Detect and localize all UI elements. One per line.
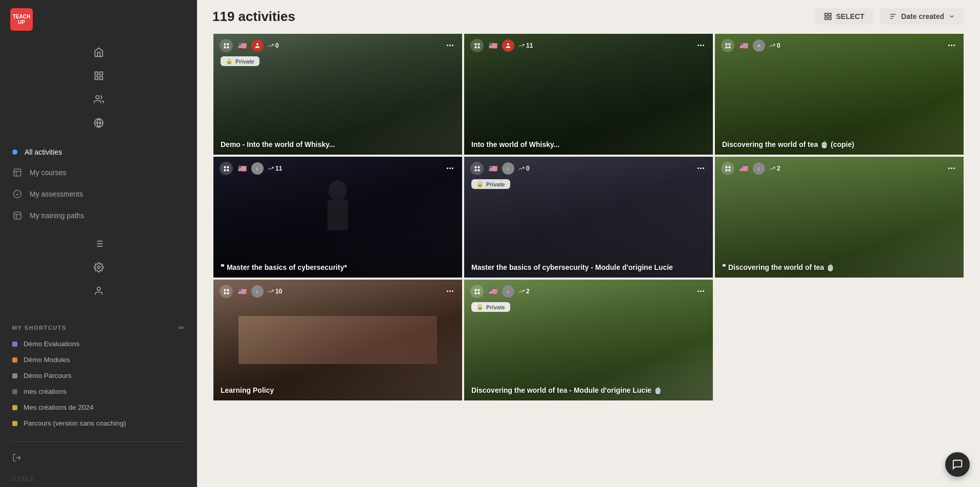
card-stat-value-5: 0 bbox=[526, 165, 530, 172]
main-nav: All activities My courses My assessments… bbox=[0, 142, 197, 226]
shortcut-dot-orange bbox=[12, 357, 17, 363]
shortcut-dot-gray bbox=[12, 373, 17, 378]
sidebar-item-all-activities[interactable]: All activities bbox=[0, 142, 197, 162]
card-stat-value-1: 0 bbox=[275, 42, 279, 49]
shortcut-dot-gold-1 bbox=[12, 405, 17, 410]
card-more-btn-8[interactable]: ··· bbox=[695, 286, 707, 297]
shortcut-dot-darkgray bbox=[12, 389, 17, 394]
avatar-2 bbox=[502, 39, 514, 52]
version-label: V 2.51.2 bbox=[12, 476, 185, 482]
shortcut-parcours-sans-coaching[interactable]: Parcours (version sans coaching) bbox=[0, 415, 197, 431]
select-button[interactable]: SELECT bbox=[815, 8, 874, 25]
card-stat-6: 2 bbox=[769, 165, 780, 172]
card-demo-whisky[interactable]: 🇺🇸 0 ··· 🔒 Private Demo - Into the world… bbox=[212, 33, 463, 156]
svg-rect-41 bbox=[728, 46, 730, 48]
nav-grid-icon[interactable] bbox=[88, 65, 110, 87]
assessments-icon bbox=[12, 189, 23, 199]
nav-users2-icon[interactable] bbox=[88, 280, 110, 302]
sidebar-item-my-courses[interactable]: My courses bbox=[0, 162, 197, 183]
private-label-1: Private bbox=[235, 58, 254, 65]
card-stat-8: 2 bbox=[518, 288, 530, 295]
chat-bubble[interactable] bbox=[945, 452, 970, 477]
card-cyber[interactable]: 🇺🇸 L 11 ··· ❞ Master the basics of cyber… bbox=[212, 156, 463, 279]
avatar-3: A bbox=[753, 39, 765, 52]
card-type-icon-2 bbox=[470, 39, 484, 52]
page-title: 119 activities bbox=[212, 9, 295, 25]
card-stat-value-3: 0 bbox=[777, 42, 780, 49]
svg-rect-36 bbox=[477, 46, 480, 48]
svg-rect-50 bbox=[474, 169, 476, 171]
svg-rect-23 bbox=[825, 17, 827, 19]
svg-rect-58 bbox=[224, 292, 226, 294]
shortcut-demo-parcours[interactable]: Démo Parcours bbox=[0, 368, 197, 384]
card-tea[interactable]: 🇺🇸 L 2 ··· ❞ Discovering the world of te… bbox=[714, 156, 965, 279]
svg-rect-31 bbox=[227, 46, 229, 48]
card-type-icon-7 bbox=[220, 285, 233, 298]
svg-rect-63 bbox=[477, 292, 480, 294]
shortcut-label-demo-parcours: Démo Parcours bbox=[24, 372, 72, 379]
lock-icon-8: 🔒 bbox=[476, 304, 484, 310]
shortcut-demo-evaluations[interactable]: Démo Evaluations bbox=[0, 336, 197, 352]
card-title-8: Discovering the world of tea - Module d'… bbox=[464, 380, 713, 400]
nav-settings-icon[interactable] bbox=[88, 256, 110, 279]
shortcuts-list: Démo Evaluations Démo Modules Démo Parco… bbox=[0, 336, 197, 431]
svg-rect-59 bbox=[227, 292, 229, 294]
app-logo[interactable]: TEACHUP bbox=[10, 8, 33, 31]
card-more-btn-6[interactable]: ··· bbox=[946, 163, 957, 174]
svg-rect-52 bbox=[725, 166, 727, 168]
svg-point-37 bbox=[507, 44, 509, 46]
shortcut-demo-modules[interactable]: Démo Modules bbox=[0, 352, 197, 368]
card-top-bar-2: 🇺🇸 11 ··· bbox=[464, 34, 713, 57]
card-more-btn-2[interactable]: ··· bbox=[695, 40, 707, 51]
card-title-7: Learning Policy bbox=[213, 380, 462, 400]
select-icon bbox=[824, 12, 832, 20]
nav-users-icon[interactable] bbox=[88, 88, 110, 111]
card-more-btn-5[interactable]: ··· bbox=[695, 163, 707, 174]
card-whisky[interactable]: 🇺🇸 11 ··· Into the world of Whisky... bbox=[463, 33, 714, 156]
svg-point-4 bbox=[96, 96, 99, 99]
logout-nav[interactable] bbox=[12, 448, 185, 468]
svg-rect-22 bbox=[829, 13, 831, 16]
card-stat-value-2: 11 bbox=[526, 42, 533, 49]
card-title-6: ❞ Discovering the world of tea 🍵 bbox=[715, 257, 964, 278]
svg-rect-62 bbox=[474, 292, 476, 294]
svg-rect-43 bbox=[328, 200, 348, 230]
svg-rect-2 bbox=[95, 77, 98, 80]
svg-rect-29 bbox=[227, 43, 229, 45]
sidebar-item-my-training-paths[interactable]: My training paths bbox=[0, 205, 197, 226]
svg-rect-1 bbox=[99, 72, 102, 75]
card-tea-module[interactable]: 🇺🇸 L 2 ··· 🔒 Private Discovering the wor… bbox=[463, 279, 714, 401]
card-title-4: ❞ Master the basics of cybersecurity* bbox=[213, 257, 462, 278]
card-stat-value-4: 11 bbox=[275, 165, 282, 172]
sidebar-bottom: V 2.51.2 bbox=[0, 431, 197, 487]
flag-us-7: 🇺🇸 bbox=[236, 285, 248, 298]
shortcut-dot-purple bbox=[12, 342, 17, 347]
card-more-btn-4[interactable]: ··· bbox=[444, 163, 456, 174]
card-learning-policy[interactable]: 🇺🇸 L 10 ··· Learning Policy bbox=[212, 279, 463, 401]
svg-rect-39 bbox=[728, 43, 730, 45]
nav-home-icon[interactable] bbox=[88, 41, 110, 63]
card-stat-2: 11 bbox=[518, 42, 533, 49]
nav-list-icon[interactable] bbox=[88, 232, 110, 255]
card-more-btn-7[interactable]: ··· bbox=[444, 286, 456, 297]
card-more-btn-1[interactable]: ··· bbox=[444, 40, 456, 51]
svg-point-32 bbox=[256, 44, 258, 46]
nav-globe-icon[interactable] bbox=[88, 112, 110, 134]
shortcut-mes-creations-2024[interactable]: Mes créations de 2024 bbox=[0, 399, 197, 415]
svg-rect-35 bbox=[474, 46, 476, 48]
shortcut-mes-creations[interactable]: mes créations bbox=[0, 384, 197, 399]
sort-button[interactable]: Date created bbox=[880, 8, 965, 25]
svg-rect-40 bbox=[725, 46, 727, 48]
card-more-btn-3[interactable]: ··· bbox=[946, 40, 957, 51]
sidebar-item-my-assessments[interactable]: My assessments bbox=[0, 183, 197, 205]
card-top-bar-8: 🇺🇸 L 2 ··· bbox=[464, 280, 713, 303]
card-stat-5: 0 bbox=[518, 165, 530, 172]
svg-rect-44 bbox=[224, 166, 226, 168]
private-badge-5: 🔒 Private bbox=[471, 179, 510, 189]
edit-shortcuts-icon[interactable]: ✏ bbox=[179, 324, 185, 332]
card-cyber-module[interactable]: 🇺🇸 L 0 ··· 🔒 Private Master the basics o… bbox=[463, 156, 714, 279]
avatar-4: L bbox=[251, 162, 264, 175]
card-type-icon-6 bbox=[721, 162, 734, 175]
card-stat-1: 0 bbox=[268, 42, 279, 49]
card-tea-copie[interactable]: 🇺🇸 A 0 ··· Discovering the world of tea … bbox=[714, 33, 965, 156]
